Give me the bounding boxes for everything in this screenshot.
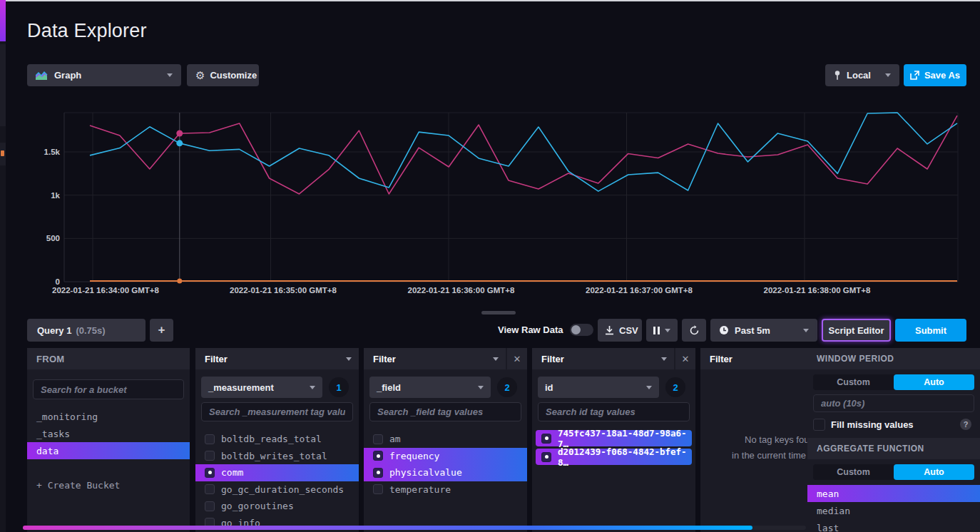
view-raw-data-toggle[interactable] [570,324,593,336]
tag-value-item[interactable]: 745fc437-18a1-48d7-98a6-7… [536,430,692,446]
chevron-down-icon [478,386,484,389]
aggregate-auto-option[interactable]: Auto [894,464,974,480]
filter-card-header[interactable]: Filter [364,348,506,369]
tag-value-item[interactable]: boltdb_writes_total [195,448,359,465]
bucket-item[interactable]: _tasks [27,425,190,442]
svg-text:2022-01-21 16:37:00 GMT+8: 2022-01-21 16:37:00 GMT+8 [586,286,693,295]
builder-horizontal-scrollbar-thumb[interactable] [23,526,752,530]
script-editor-button[interactable]: Script Editor [822,319,891,342]
top-edge-highlight [6,0,980,1]
window-period-mode-toggle[interactable]: Custom Auto [813,374,974,390]
save-as-label: Save As [924,70,960,81]
tag-value-item[interactable]: comm [195,464,359,481]
pause-dropdown-button[interactable] [646,319,678,342]
svg-text:1.5k: 1.5k [44,148,61,156]
tag-value-item[interactable]: physicalvalue [364,464,527,481]
tag-value-list: amfrequencyphysicalvaluetemperature [364,431,527,532]
filter-card-header[interactable]: Filter [195,348,359,369]
item-label: comm [221,467,243,478]
chevron-down-icon [310,386,315,389]
tag-value-item[interactable]: am [364,431,527,448]
local-label: Local [847,70,871,81]
window-period-header: WINDOW PERIOD [807,348,980,369]
window-auto-option[interactable]: Auto [894,374,974,390]
fill-missing-checkbox[interactable] [813,419,825,431]
chevron-down-icon [493,357,499,361]
chevron-down-icon [665,329,670,332]
submit-label: Submit [915,325,946,336]
question-mark-icon[interactable]: ? [960,419,971,430]
filter-card-field: Filter ✕ _field 2 amfrequencyphysicalval… [364,348,527,532]
bucket-item[interactable]: data [27,442,190,459]
left-nav-block [0,44,6,126]
aggregate-mode-toggle[interactable]: Custom Auto [813,464,974,480]
checkbox-icon [205,451,215,461]
svg-text:2022-01-21 16:35:00 GMT+8: 2022-01-21 16:35:00 GMT+8 [230,286,337,295]
time-range-dropdown[interactable]: Past 5m [710,319,817,342]
alert-icon [1,150,4,156]
tag-key-select[interactable]: _measurement [201,377,322,398]
window-aggregate-panel: WINDOW PERIOD Custom Auto Fill missing v… [807,348,980,532]
selected-count-badge: 2 [665,377,685,397]
tag-value-search-input[interactable] [369,402,521,421]
chart-scroll-handle[interactable] [481,311,516,314]
tag-value-item[interactable]: go_gc_duration_seconds [195,481,359,498]
remove-filter-button[interactable]: ✕ [507,348,527,369]
export-icon [910,71,919,80]
chart-canvas[interactable]: 05001k1.5k2022-01-21 16:34:00 GMT+82022-… [27,100,959,300]
item-label: go_gc_duration_seconds [221,484,344,495]
checkbox-checked-icon [373,468,383,478]
svg-text:1k: 1k [51,191,60,200]
filter-card-measurement: Filter _measurement 1 boltdb_reads_total… [195,348,359,532]
aggregate-custom-option[interactable]: Custom [813,464,894,480]
selected-count-badge: 1 [329,377,349,397]
tag-key-label: id [545,382,553,393]
filter-card-title: Filter [373,354,396,364]
time-range-label: Past 5m [735,325,770,336]
aggregate-function-item[interactable]: mean [807,485,980,502]
svg-text:2022-01-21 16:38:00 GMT+8: 2022-01-21 16:38:00 GMT+8 [764,286,872,295]
page-title: Data Explorer [27,20,147,42]
add-query-button[interactable]: + [150,319,173,342]
save-as-button[interactable]: Save As [904,64,966,86]
filter-card-title: Filter [205,354,228,364]
bucket-search-input[interactable] [33,379,184,399]
aggregate-function-item[interactable]: last [807,519,980,532]
remove-filter-button[interactable]: ✕ [675,348,695,369]
tag-key-select[interactable]: _field [369,377,491,398]
csv-download-button[interactable]: CSV [598,319,642,342]
window-period-input[interactable] [813,394,974,412]
filter-card-header[interactable]: Filter [532,348,674,369]
filter-card-title: Filter [541,354,564,364]
plus-icon: + [158,323,165,337]
tag-value-item[interactable]: boltdb_reads_total [195,431,359,448]
time-series-chart[interactable]: 05001k1.5k2022-01-21 16:34:00 GMT+82022-… [27,100,959,300]
tag-value-search-input[interactable] [201,402,353,421]
clock-icon [719,325,729,335]
tag-value-item[interactable]: go_goroutines [195,498,359,515]
bucket-item[interactable]: _monitoring [27,408,190,425]
from-card-title: FROM [36,354,64,364]
item-label: boltdb_writes_total [221,451,327,461]
aggregate-function-item[interactable]: median [807,502,980,519]
tag-value-item[interactable]: d2012439-f068-4842-bfef-8… [536,449,692,465]
submit-button[interactable]: Submit [895,319,966,342]
chevron-down-icon [167,73,173,77]
tag-key-select[interactable]: id [538,377,659,398]
gear-icon: ⚙ [195,69,205,82]
customize-button[interactable]: ⚙ Customize [187,64,259,86]
pause-icon [653,327,660,334]
query-tab[interactable]: Query 1 (0.75s) [27,319,146,342]
tag-value-item[interactable]: frequency [364,448,527,465]
checkbox-checked-icon [541,434,551,444]
aggregate-function-list: meanmedianlast [807,485,980,532]
view-type-dropdown[interactable]: Graph [27,64,181,86]
chevron-down-icon [661,357,667,361]
refresh-button[interactable] [682,319,706,342]
create-bucket-button[interactable]: + Create Bucket [27,476,190,493]
script-editor-label: Script Editor [828,325,884,336]
tag-value-item[interactable]: temperature [364,481,527,498]
local-dropdown[interactable]: Local [825,64,899,86]
window-custom-option[interactable]: Custom [813,374,894,390]
tag-value-search-input[interactable] [538,402,690,421]
